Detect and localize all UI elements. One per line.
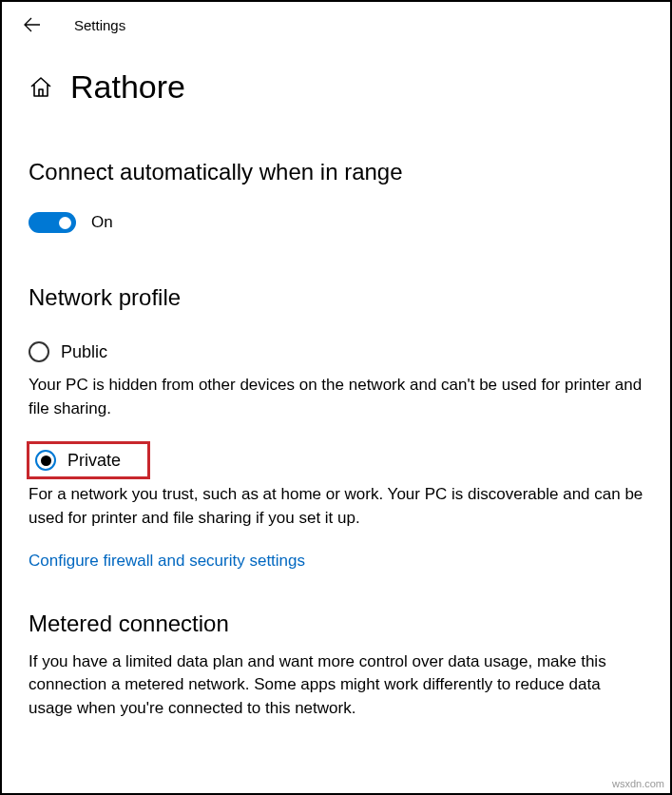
- toggle-knob: [59, 217, 71, 229]
- radio-public[interactable]: [29, 341, 49, 362]
- network-profile-radio-group: Public Your PC is hidden from other devi…: [29, 338, 643, 611]
- network-profile-heading: Network profile: [29, 284, 643, 311]
- metered-description: If you have a limited data plan and want…: [29, 650, 643, 721]
- radio-option-public[interactable]: Public: [29, 338, 643, 366]
- titlebar: Settings: [2, 2, 670, 48]
- auto-connect-toggle-row: On: [29, 212, 643, 233]
- app-title: Settings: [74, 17, 125, 33]
- network-header: Rathore: [29, 68, 643, 106]
- toggle-state-label: On: [91, 213, 113, 232]
- metered-heading: Metered connection: [29, 611, 643, 637]
- radio-public-label: Public: [61, 342, 107, 362]
- private-description: For a network you trust, such as at home…: [29, 483, 643, 530]
- radio-private-label: Private: [67, 451, 121, 471]
- back-button[interactable]: [13, 6, 51, 44]
- radio-private-inner: [41, 456, 51, 466]
- auto-connect-toggle[interactable]: [29, 212, 76, 233]
- firewall-link[interactable]: Configure firewall and security settings: [29, 552, 305, 571]
- radio-option-private-highlight: Private: [27, 441, 150, 479]
- public-description: Your PC is hidden from other devices on …: [29, 374, 643, 420]
- radio-private[interactable]: [35, 450, 56, 471]
- auto-connect-heading: Connect automatically when in range: [29, 159, 643, 185]
- watermark: wsxdn.com: [612, 778, 664, 789]
- home-icon: [29, 75, 53, 100]
- content-area: Rathore Connect automatically when in ra…: [2, 48, 670, 760]
- back-arrow-icon: [24, 16, 41, 33]
- network-name: Rathore: [70, 68, 185, 106]
